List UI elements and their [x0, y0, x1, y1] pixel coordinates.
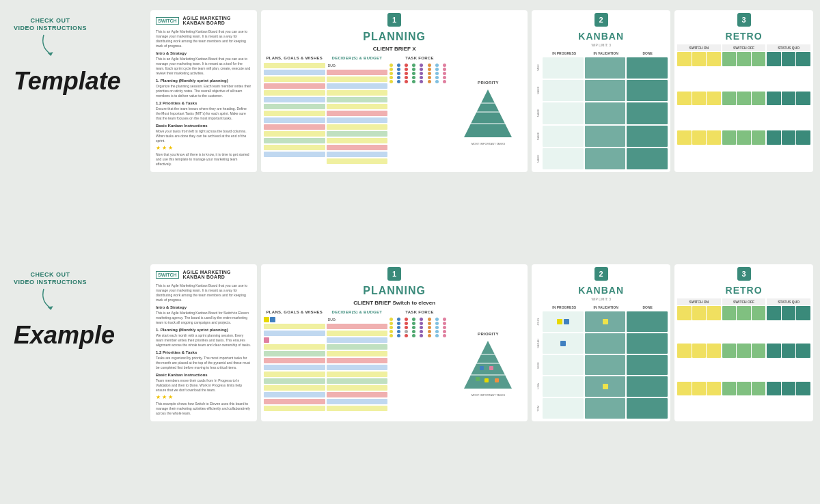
priority-header-example: PRIORITY	[478, 331, 499, 337]
example-kanban-cell-3-1	[543, 355, 584, 376]
duo-label: DUO:	[327, 63, 388, 68]
example-card-kanban[interactable]: 2 KANBAN WIP LIMIT: 3 IN PROGRESS IN VAL…	[532, 264, 670, 421]
example-plans-row-9	[264, 385, 325, 391]
agile-section-1-text: This is an Agile Marketing Kanban Board …	[156, 57, 251, 76]
ex-sticky-3	[264, 337, 269, 343]
star-2: ★	[162, 145, 167, 151]
ex-dot-18	[397, 326, 400, 329]
ex-dot-15	[435, 322, 439, 325]
ex-dot-36	[412, 334, 415, 337]
svg-rect-14	[495, 378, 499, 382]
plans-row-10	[264, 124, 325, 130]
plans-row-5	[264, 90, 325, 96]
example-kanban-cell-5-1	[543, 398, 584, 419]
ex-sticky-ret-24	[796, 344, 810, 358]
plans-row-8	[264, 111, 325, 116]
kanban-row-2: NAME	[534, 80, 668, 101]
example-retro-sticky-grid-3	[767, 306, 810, 419]
example-kanban-row-3: MIKE	[534, 355, 668, 376]
kanban-title-example: KANBAN	[532, 282, 670, 297]
ex-sticky-ret-15	[752, 344, 766, 358]
example-kanban-row-1-label: JOHN	[534, 311, 541, 332]
example-card-agile[interactable]: SWITCH AGILE MARKETING KANBAN BOARD This…	[150, 264, 257, 421]
kanban-cell-2-3	[627, 80, 668, 101]
sticky-26	[782, 130, 796, 145]
example-decider-rows	[327, 324, 388, 419]
dot-8	[443, 64, 446, 67]
ex-sticky-ret-21	[796, 306, 810, 320]
plans-row-12	[264, 138, 325, 143]
ex-dot-6	[428, 318, 431, 321]
switch-logo-2: SWITCH	[156, 271, 179, 279]
kanban-col-1-label-template: IN PROGRESS	[544, 50, 584, 57]
kanban-col-3-label-example: DONE	[627, 304, 668, 311]
kanban-col-3-label-template: DONE	[627, 50, 668, 57]
example-kanban-cell-1-2	[585, 311, 626, 332]
kanban-cell-1-2	[585, 57, 626, 79]
section-gap	[0, 186, 820, 254]
example-retro-sticky-grid-1	[677, 306, 721, 419]
dot-13	[420, 68, 423, 71]
example-kanban-cell-2-1	[543, 333, 584, 354]
kanban-badge-example: 2	[532, 264, 670, 282]
ex-sticky-ret-17	[737, 382, 751, 396]
dot-7	[435, 64, 439, 67]
kanban-cell-2-1	[543, 80, 584, 101]
retro-sticky-grid-3	[767, 52, 810, 169]
dot-29	[420, 76, 423, 79]
plans-goals-rows	[264, 63, 325, 169]
agile-section-2-text: Organize the planning session. Each team…	[156, 84, 251, 98]
sticky-12	[752, 52, 766, 66]
ex-sticky-ret-9	[707, 382, 721, 396]
template-card-agile[interactable]: SWITCH AGILE MARKETING KANBAN BOARD This…	[150, 10, 257, 172]
kanban-board-template: IN PROGRESS IN VALIDATION DONE TASK	[532, 48, 670, 172]
example-card-retro[interactable]: 3 RETRO SWITCH ON	[674, 264, 813, 421]
ex-sticky-ret-5	[692, 344, 707, 358]
kanban-title-template: KANBAN	[532, 28, 670, 43]
retro-col-3: STATUS QUO	[767, 44, 810, 169]
kanban-col-1-label-example: IN PROGRESS	[544, 304, 584, 311]
example-decider-row-5	[327, 351, 388, 356]
dot-12	[412, 68, 415, 71]
example-plans-row-11	[264, 399, 325, 404]
ex-sticky-ret-18	[752, 382, 766, 396]
ex-dot-24	[443, 326, 446, 329]
template-card-planning[interactable]: 1 PLANNING CLIENT BRIEF X PLANS, GOALS &…	[261, 10, 528, 172]
task-force-dot-grid	[389, 63, 450, 84]
example-plans-row-2	[264, 331, 325, 336]
plans-row-7	[264, 104, 325, 109]
priority-label-example: MOST IMPORTANT TASKS	[472, 393, 506, 397]
example-agile-card-title: AGILE MARKETING KANBAN BOARD	[183, 270, 251, 279]
sticky-10	[722, 52, 737, 66]
task-force-header: TASK FORCE	[389, 55, 450, 61]
ex-sticky-2	[270, 317, 275, 322]
dot-10	[397, 68, 400, 71]
example-task-force-dot-grid	[389, 317, 450, 338]
decider-header: DECIDER(S) & BUDGET	[327, 55, 388, 61]
kanban-sticky-4	[560, 341, 566, 346]
dot-23	[435, 72, 439, 75]
ex-sticky-ret-25	[767, 382, 781, 396]
example-decider-row-7	[327, 365, 388, 370]
template-section-right: SWITCH AGILE MARKETING KANBAN BOARD This…	[150, 10, 813, 172]
ex-sticky-ret-20	[782, 306, 796, 320]
kanban-sticky-5	[603, 341, 608, 346]
example-section: CHECK OUT VIDEO INSTRUCTIONS Example	[0, 254, 820, 435]
plans-row-6	[264, 97, 325, 102]
decider-row-8	[327, 117, 388, 123]
retro-title-template: RETRO	[674, 28, 813, 43]
decider-row-10	[327, 131, 388, 137]
template-card-kanban[interactable]: 2 KANBAN WIP LIMIT: 3 IN PROGRESS IN VAL…	[532, 10, 670, 172]
ex-sticky-ret-19	[767, 306, 781, 320]
decider-row-13	[327, 152, 388, 157]
example-card-planning[interactable]: 1 PLANNING CLIENT BRIEF Switch to eleven…	[261, 264, 528, 421]
planning-badge-example: 1	[261, 264, 528, 282]
retro-badge-template: 3	[674, 10, 813, 28]
example-decider-row-6	[327, 358, 388, 363]
template-card-retro[interactable]: 3 RETRO SWITCH ON	[674, 10, 813, 172]
ex-sticky-ret-1	[677, 306, 692, 320]
sticky-3	[707, 52, 721, 66]
badge-2-template: 2	[594, 13, 608, 27]
dot-16	[443, 68, 446, 71]
ex-sticky-1	[264, 317, 269, 322]
